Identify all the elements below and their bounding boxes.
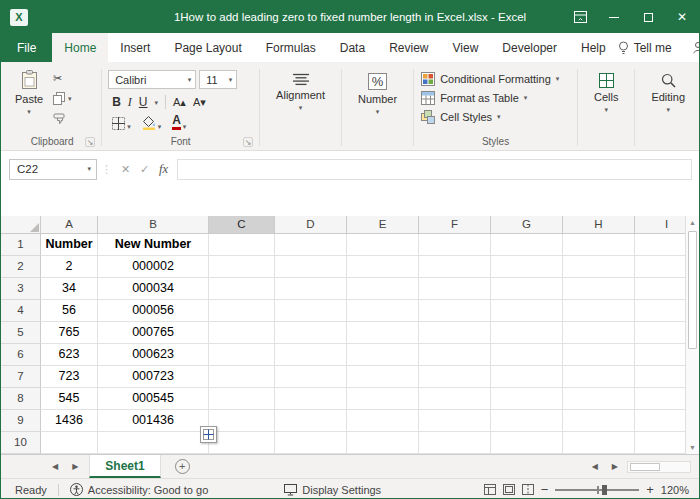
cell-C7[interactable] [209,366,275,388]
cell-D2[interactable] [275,256,347,278]
cell-F8[interactable] [419,388,491,410]
cell-F10[interactable] [419,432,491,454]
cell-H6[interactable] [563,344,635,366]
zoom-out-button[interactable]: − [541,482,549,497]
cell-E10[interactable] [347,432,419,454]
cell-A1[interactable]: Number [41,234,98,256]
hscroll-left-arrow-icon[interactable]: ◀ [585,462,605,471]
row-header-7[interactable]: 7 [1,366,41,388]
cell-C4[interactable] [209,300,275,322]
cell-D7[interactable] [275,366,347,388]
font-color-button[interactable]: A ▾ [172,114,186,130]
tab-help[interactable]: Help [569,33,618,62]
cell-C8[interactable] [209,388,275,410]
cell-E9[interactable] [347,410,419,432]
cell-C2[interactable] [209,256,275,278]
cell-D3[interactable] [275,278,347,300]
column-header-H[interactable]: H [563,216,635,234]
zoom-slider-thumb[interactable] [602,485,607,495]
cell-F5[interactable] [419,322,491,344]
zoom-level[interactable]: 120% [661,484,689,496]
copy-button[interactable]: ▾ [53,92,72,105]
cell-G6[interactable] [491,344,563,366]
cell-C3[interactable] [209,278,275,300]
horizontal-scrollbar[interactable] [627,461,691,473]
formula-input[interactable] [177,159,692,180]
cell-F1[interactable] [419,234,491,256]
cell-H7[interactable] [563,366,635,388]
close-button[interactable]: ✕ [665,1,699,33]
cell-H9[interactable] [563,410,635,432]
format-as-table-button[interactable]: Format as Table ▾ [418,88,573,107]
tab-data[interactable]: Data [328,33,377,62]
cell-A2[interactable]: 2 [41,256,98,278]
italic-button[interactable]: I [128,95,132,110]
column-header-E[interactable]: E [347,216,419,234]
cell-B7[interactable]: 000723 [98,366,209,388]
cell-C6[interactable] [209,344,275,366]
cell-E7[interactable] [347,366,419,388]
cell-G2[interactable] [491,256,563,278]
ribbon-display-options-button[interactable] [563,1,597,33]
editing-button[interactable]: Editing ▾ [639,65,697,113]
format-painter-button[interactable] [53,112,72,125]
tab-developer[interactable]: Developer [490,33,569,62]
paste-button[interactable]: Paste ▾ [7,65,51,125]
alignment-button[interactable]: Alignment ▾ [264,65,337,111]
cell-D4[interactable] [275,300,347,322]
fill-color-button[interactable]: ▾ [142,115,162,130]
cell-G7[interactable] [491,366,563,388]
cell-E6[interactable] [347,344,419,366]
cell-D6[interactable] [275,344,347,366]
column-header-A[interactable]: A [41,216,98,234]
cell-E5[interactable] [347,322,419,344]
cell-H3[interactable] [563,278,635,300]
auto-fill-options-button[interactable] [200,426,217,443]
cell-D9[interactable] [275,410,347,432]
cell-F4[interactable] [419,300,491,322]
column-header-F[interactable]: F [419,216,491,234]
cut-button[interactable]: ✂ [53,72,72,85]
normal-view-button[interactable] [484,484,496,495]
row-header-10[interactable]: 10 [1,432,41,454]
cell-C5[interactable] [209,322,275,344]
cell-G3[interactable] [491,278,563,300]
page-break-preview-button[interactable] [522,484,534,495]
font-name-select[interactable]: Calibri ▾ [108,70,196,89]
cell-E1[interactable] [347,234,419,256]
cell-G5[interactable] [491,322,563,344]
scroll-up-arrow-icon[interactable]: ▲ [686,219,699,226]
increase-font-size-button[interactable]: A▴ [173,96,186,109]
conditional-formatting-button[interactable]: Conditional Formatting ▾ [418,69,573,88]
cell-B8[interactable]: 000545 [98,388,209,410]
display-settings-button[interactable]: Display Settings [284,484,381,496]
cell-A3[interactable]: 34 [41,278,98,300]
font-size-select[interactable]: 11 ▾ [199,70,237,89]
tab-formulas[interactable]: Formulas [254,33,328,62]
row-header-3[interactable]: 3 [1,278,41,300]
vertical-scrollbar[interactable]: ▲ ▼ [685,216,699,454]
tab-file[interactable]: File [1,33,52,62]
cell-F3[interactable] [419,278,491,300]
cell-A7[interactable]: 723 [41,366,98,388]
cell-B2[interactable]: 000002 [98,256,209,278]
cell-B5[interactable]: 000765 [98,322,209,344]
cell-C1[interactable] [209,234,275,256]
number-button[interactable]: % Number ▾ [346,65,409,115]
vertical-scrollbar-thumb[interactable] [688,231,697,349]
tab-insert[interactable]: Insert [108,33,162,62]
insert-function-button[interactable]: fx [154,162,173,177]
cell-C10[interactable] [209,432,275,454]
tab-page-layout[interactable]: Page Layout [162,33,253,62]
row-header-5[interactable]: 5 [1,322,41,344]
cancel-entry-button[interactable]: ✕ [116,163,135,176]
cell-A8[interactable]: 545 [41,388,98,410]
cells-button[interactable]: Cells ▾ [582,65,630,113]
decrease-font-size-button[interactable]: A▾ [193,96,206,109]
cell-A10[interactable] [41,432,98,454]
row-header-1[interactable]: 1 [1,234,41,256]
cell-G4[interactable] [491,300,563,322]
hscroll-right-arrow-icon[interactable]: ▶ [605,462,625,471]
cell-H10[interactable] [563,432,635,454]
formula-bar-splitter[interactable]: ⋮ [101,163,112,176]
